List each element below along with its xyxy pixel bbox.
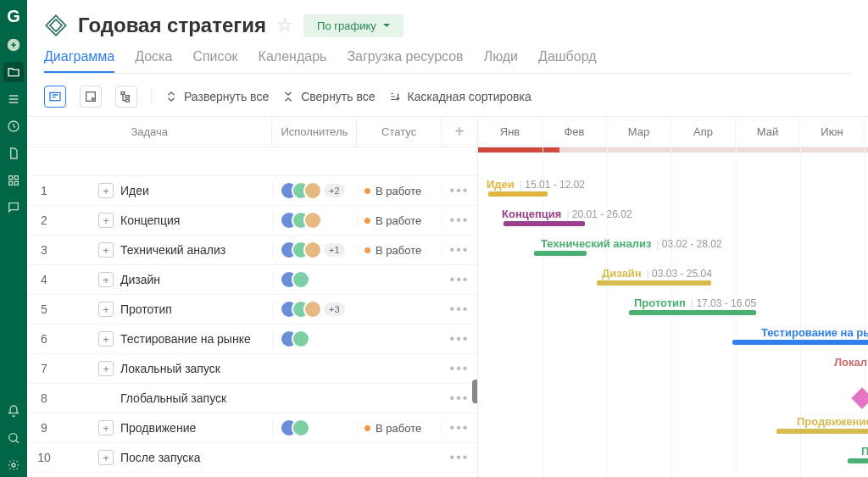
row-more-button[interactable]: •••	[442, 272, 477, 287]
task-row[interactable]: 10 + После запуска •••	[27, 443, 477, 473]
assignee-cell[interactable]	[272, 330, 357, 348]
expand-button[interactable]: +	[98, 183, 114, 198]
assignee-cell[interactable]: +3	[272, 300, 357, 319]
gantt-row[interactable]: После запуска	[478, 443, 868, 473]
task-name[interactable]: Локальный запуск	[120, 362, 220, 375]
gantt-bar[interactable]	[732, 340, 868, 345]
row-more-button[interactable]: •••	[442, 242, 477, 258]
gantt-bar[interactable]	[776, 429, 868, 434]
expand-button[interactable]: +	[98, 302, 114, 317]
nav-bell-icon[interactable]	[3, 401, 24, 421]
task-row[interactable]: 8 Глобальный запуск •••	[27, 384, 477, 413]
gantt-row[interactable]: Продвижение	[478, 413, 868, 443]
tab-diagram[interactable]: Диаграмма	[44, 49, 114, 73]
gantt-row[interactable]: Дизайн03.03 - 25.04	[478, 265, 868, 295]
gantt-bar[interactable]	[488, 191, 548, 197]
task-row[interactable]: 7 + Локальный запуск •••	[27, 354, 477, 384]
task-number: 7	[27, 362, 61, 375]
toolbar-view2-icon[interactable]	[80, 86, 102, 108]
row-more-button[interactable]: •••	[442, 183, 477, 198]
status-cell[interactable]: В работе	[357, 214, 442, 227]
task-name[interactable]: Глобальный запуск	[120, 391, 226, 405]
status-cell[interactable]: В работе	[357, 244, 442, 257]
nav-chat-icon[interactable]	[3, 197, 24, 218]
tab-board[interactable]: Доска	[135, 49, 172, 73]
task-name[interactable]: Продвижение	[120, 421, 196, 435]
task-name[interactable]: Техничекий анализ	[120, 243, 225, 257]
row-more-button[interactable]: •••	[442, 450, 477, 465]
nav-folder-icon[interactable]	[3, 62, 24, 82]
gantt-row[interactable]: Концепция20.01 - 26.02	[478, 206, 868, 236]
assignee-cell[interactable]	[272, 419, 357, 437]
tab-people[interactable]: Люди	[484, 49, 518, 73]
col-task: Задача	[27, 117, 272, 147]
collapse-pane-button[interactable]: ◁	[472, 380, 478, 403]
expand-button[interactable]: +	[98, 242, 114, 258]
expand-button[interactable]: +	[98, 361, 114, 376]
nav-doc-icon[interactable]	[3, 143, 24, 164]
nav-settings-icon[interactable]	[3, 455, 24, 475]
gantt-bar[interactable]	[597, 280, 711, 286]
gantt-row[interactable]: Технический анализ03.02 - 28.02	[478, 236, 868, 265]
gantt-row[interactable]: Тестирование на рынке	[478, 324, 868, 354]
nav-add-icon[interactable]	[3, 35, 24, 55]
tab-resources[interactable]: Загрузка ресурсов	[347, 49, 463, 73]
assignee-cell[interactable]	[272, 270, 357, 289]
row-more-button[interactable]: •••	[442, 213, 477, 228]
row-more-button[interactable]: •••	[442, 361, 477, 376]
status-cell[interactable]: В работе	[357, 422, 442, 435]
toolbar-hierarchy-icon[interactable]	[115, 86, 137, 108]
expand-button[interactable]: +	[98, 420, 114, 435]
expand-button[interactable]: +	[98, 272, 114, 287]
nav-search-icon[interactable]	[3, 428, 24, 448]
gantt-bar[interactable]	[534, 251, 587, 256]
gantt-bar[interactable]	[848, 458, 868, 463]
task-name[interactable]: Прототип	[120, 302, 172, 316]
month-header: Мар	[607, 117, 671, 147]
expand-all-button[interactable]: Развернуть все	[165, 90, 269, 103]
nav-list-icon[interactable]	[3, 89, 24, 109]
task-row[interactable]: 5 + Прототип +3 •••	[27, 295, 477, 324]
status-cell[interactable]: В работе	[357, 185, 442, 197]
tab-dashboard[interactable]: Дашборд	[538, 49, 597, 73]
gantt-row[interactable]: Идеи15.01 - 12.02	[478, 176, 868, 206]
assignee-cell[interactable]: +1	[272, 241, 357, 259]
nav-sidebar: G	[0, 0, 27, 477]
task-row[interactable]: 6 + Тестирование на рынке •••	[27, 324, 477, 354]
task-row[interactable]: 4 + Дизайн •••	[27, 265, 477, 295]
milestone-icon[interactable]	[851, 387, 868, 408]
task-name[interactable]: Дизайн	[120, 273, 160, 286]
star-icon[interactable]: ☆	[276, 14, 293, 36]
task-row[interactable]: 1 + Идеи +2 В работе •••	[27, 176, 477, 206]
gantt-bar[interactable]	[629, 310, 756, 315]
nav-time-icon[interactable]	[3, 116, 24, 136]
nav-grid-icon[interactable]	[3, 170, 24, 191]
row-more-button[interactable]: •••	[442, 331, 477, 347]
gantt-row[interactable]: Локальный запуск	[478, 354, 868, 384]
task-name[interactable]: После запуска	[120, 451, 201, 464]
row-more-button[interactable]: •••	[442, 420, 477, 435]
gantt-row[interactable]	[478, 384, 868, 413]
project-status-pill[interactable]: По графику	[303, 14, 403, 37]
expand-button[interactable]: +	[98, 331, 114, 347]
task-name[interactable]: Идеи	[120, 184, 149, 197]
task-row[interactable]: 2 + Концепция В работе •••	[27, 206, 477, 236]
add-column-button[interactable]: +	[442, 117, 477, 147]
assignee-cell[interactable]: +2	[272, 181, 357, 200]
tab-calendar[interactable]: Календарь	[259, 49, 327, 73]
toolbar-view1-icon[interactable]	[44, 86, 66, 108]
gantt-row[interactable]: Прототип17.03 - 16.05	[478, 295, 868, 324]
collapse-all-button[interactable]: Свернуть все	[282, 90, 375, 103]
tab-list[interactable]: Список	[192, 49, 237, 73]
task-row[interactable]: 3 + Техничекий анализ +1 В работе •••	[27, 236, 477, 265]
cascade-sort-button[interactable]: Каскадная сортировка	[389, 90, 531, 103]
gantt-bar[interactable]	[504, 221, 585, 226]
expand-button[interactable]: +	[98, 213, 114, 228]
expand-button[interactable]: +	[98, 450, 114, 465]
assignee-cell[interactable]	[272, 211, 357, 230]
project-icon	[44, 14, 68, 37]
task-name[interactable]: Тестирование на рынке	[120, 332, 251, 346]
row-more-button[interactable]: •••	[442, 302, 477, 317]
task-row[interactable]: 9 + Продвижение В работе •••	[27, 413, 477, 443]
task-name[interactable]: Концепция	[120, 214, 180, 227]
